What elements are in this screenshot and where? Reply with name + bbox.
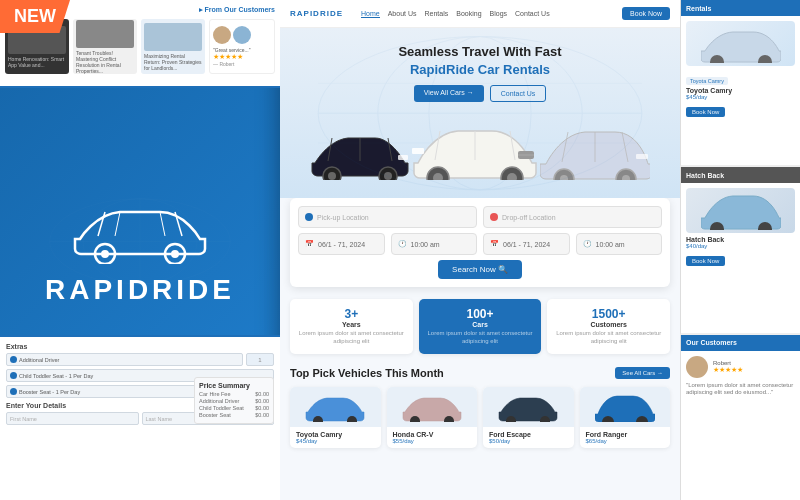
right-car-price-1: $45/day xyxy=(686,94,795,100)
blog-item-3: Maximizing Rental Return: Proven Strateg… xyxy=(141,19,205,74)
additional-driver-field[interactable]: Additional Driver xyxy=(6,353,243,366)
car-name-0: Toyota Camry xyxy=(296,431,375,438)
right-car-name-2: Hatch Back xyxy=(686,236,795,243)
stat-customers-label: Customers xyxy=(555,321,662,328)
right-book-btn-1[interactable]: Book Now xyxy=(686,107,725,117)
site-logo: RAPIDRIDE xyxy=(290,9,343,18)
car-thumb-2 xyxy=(498,392,558,422)
customers-header-title: Our Customers xyxy=(686,339,737,346)
driver-icon xyxy=(10,356,17,363)
stat-cars-label: Cars xyxy=(427,321,534,328)
cars-grid: Toyota Camry $45/day Honda CR-V xyxy=(290,387,670,448)
right-header-2: Hatch Back xyxy=(681,167,800,183)
right-car-wrap-1: Toyota Camry xyxy=(686,21,795,87)
child-icon xyxy=(10,372,17,379)
blog-item-2: Tenant Troubles! Mastering Conflict Reso… xyxy=(73,19,137,74)
car-info-0: Toyota Camry $45/day xyxy=(290,427,381,448)
nav-booking[interactable]: Booking xyxy=(456,10,481,18)
dropoff-date-field[interactable]: 📅 06/1 - 71, 2024 xyxy=(483,233,570,255)
booster-icon xyxy=(10,388,17,395)
price-summary-title: Price Summary xyxy=(199,382,269,389)
nav-rentals[interactable]: Rentals xyxy=(425,10,449,18)
extras-label: Extras xyxy=(6,343,274,350)
first-name-field[interactable]: First Name xyxy=(6,412,139,425)
price-summary-box: Price Summary Car Hire Fee $0.00 Additio… xyxy=(194,377,274,424)
location-row: Pick-up Location Drop-off Location xyxy=(298,206,662,228)
site-nav: RAPIDRIDE Home About Us Rentals Booking … xyxy=(280,0,680,28)
search-now-btn[interactable]: Search Now 🔍 xyxy=(438,260,522,279)
cal-icon-2: 📅 xyxy=(490,240,499,248)
hero-section: Seamless Travel With Fast RapidRide Car … xyxy=(280,28,680,198)
nav-about[interactable]: About Us xyxy=(388,10,417,18)
see-all-btn[interactable]: See All Cars → xyxy=(615,367,670,379)
car-thumb-3 xyxy=(595,392,655,422)
customer-avatar-row: Robert ★★★★★ xyxy=(686,356,795,378)
car-price-1: $55/day xyxy=(393,438,472,444)
driver-qty[interactable]: 1 xyxy=(246,353,274,366)
car-hire-row: Car Hire Fee $0.00 xyxy=(199,391,269,397)
nav-blogs[interactable]: Blogs xyxy=(490,10,508,18)
right-car-price-2: $40/day xyxy=(686,243,795,249)
stat-cars-desc: Lorem ipsum dolor sit amet consectetur a… xyxy=(427,330,534,346)
car-img-1 xyxy=(387,387,478,427)
nav-contact[interactable]: Contact Us xyxy=(515,10,550,18)
car-card-0: Toyota Camry $45/day xyxy=(290,387,381,448)
center-panel: RAPIDRIDE Home About Us Rentals Booking … xyxy=(280,0,680,500)
search-btn-container: Search Now 🔍 xyxy=(298,260,662,279)
right-car-svg-2 xyxy=(701,192,781,230)
review-text-1: "Lorem ipsum dolor sit amet consectetur … xyxy=(686,382,795,398)
stat-customers-desc: Lorem ipsum dolor sit amet consectetur a… xyxy=(555,330,662,346)
date-row: 📅 06/1 - 71, 2024 🕐 10:00 am 📅 06/1 - 71… xyxy=(298,233,662,255)
customer-snippet: "Great service..." ★★★★★ — Robert xyxy=(209,19,275,74)
right-title-1: Rentals xyxy=(686,5,711,12)
right-panel: Rentals Toyota Camry Toyota Camry $45/da… xyxy=(680,0,800,500)
pickup-time-field[interactable]: 🕐 10:00 am xyxy=(391,233,478,255)
brand-logo: RAPIDRIDE xyxy=(45,194,235,306)
car-name-1: Honda CR-V xyxy=(393,431,472,438)
search-form: Pick-up Location Drop-off Location 📅 06/… xyxy=(290,198,670,287)
dropoff-icon xyxy=(490,213,498,221)
main-container: NEW Our Blogs ▸ From Our Customers Home … xyxy=(0,0,800,500)
car-info-2: Ford Escape $50/day xyxy=(483,427,574,448)
car-card-1: Honda CR-V $55/day xyxy=(387,387,478,448)
stat-customers-number: 1500+ xyxy=(555,307,662,321)
car-img-0 xyxy=(290,387,381,427)
stat-customers: 1500+ Customers Lorem ipsum dolor sit am… xyxy=(547,299,670,354)
right-book-btn-2[interactable]: Book Now xyxy=(686,256,725,266)
left-panel: Our Blogs ▸ From Our Customers Home Reno… xyxy=(0,0,280,500)
right-customers-section: Our Customers Robert ★★★★★ "Lorem ipsum … xyxy=(680,335,800,500)
car-name-3: Ford Ranger xyxy=(586,431,665,438)
clock-icon-1: 🕐 xyxy=(398,240,407,248)
world-map-bg xyxy=(45,194,235,289)
car-img-3 xyxy=(580,387,671,427)
booking-form-section: Extras Additional Driver 1 Child Toddler… xyxy=(0,335,280,500)
stat-years-desc: Lorem ipsum dolor sit amet consectetur a… xyxy=(298,330,405,346)
car-price-3: $65/day xyxy=(586,438,665,444)
star-rating-1: ★★★★★ xyxy=(713,366,743,374)
dropoff-location-field[interactable]: Drop-off Location xyxy=(483,206,662,228)
svg-rect-25 xyxy=(412,148,424,154)
additional-driver-fee-row: Additional Driver $0.00 xyxy=(199,398,269,404)
top-pick-title: Top Pick Vehicles This Month xyxy=(290,367,444,379)
right-customers-header: Our Customers xyxy=(681,335,800,351)
pickup-date-field[interactable]: 📅 06/1 - 71, 2024 xyxy=(298,233,385,255)
car-name-2: Ford Escape xyxy=(489,431,568,438)
nav-book-now-btn[interactable]: Book Now xyxy=(622,7,670,20)
pickup-location-field[interactable]: Pick-up Location xyxy=(298,206,477,228)
nav-links: Home About Us Rentals Booking Blogs Cont… xyxy=(361,10,550,18)
nav-home[interactable]: Home xyxy=(361,10,380,18)
car-img-2 xyxy=(483,387,574,427)
car-thumb-0 xyxy=(305,392,365,422)
right-car-name-1: Toyota Camry xyxy=(686,87,795,94)
car-price-0: $45/day xyxy=(296,438,375,444)
stat-cars: 100+ Cars Lorem ipsum dolor sit amet con… xyxy=(419,299,542,354)
stat-cars-number: 100+ xyxy=(427,307,534,321)
customer-section-content: Robert ★★★★★ "Lorem ipsum dolor sit amet… xyxy=(681,351,800,403)
right-car-section-2: Hatch Back Hatch Back $40/day Book Now xyxy=(680,167,800,334)
car-badge-1: Toyota Camry xyxy=(686,77,728,85)
car-thumb-1 xyxy=(402,392,462,422)
stat-years-label: Years xyxy=(298,321,405,328)
dropoff-time-field[interactable]: 🕐 10:00 am xyxy=(576,233,663,255)
right-car-content-2: Hatch Back $40/day Book Now xyxy=(681,183,800,272)
right-header-1: Rentals xyxy=(681,0,800,16)
